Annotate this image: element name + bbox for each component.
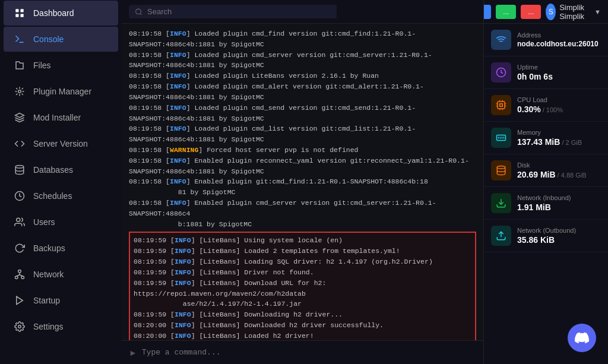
svg-line-14	[20, 275, 23, 276]
sidebar-item-console[interactable]: Console	[4, 27, 118, 52]
svg-rect-1	[21, 9, 24, 12]
address-label: Address	[517, 31, 601, 39]
search-icon	[135, 8, 142, 16]
log-line: 08:19:58 [INFO] Loaded plugin cmd_server…	[129, 50, 476, 71]
upload-icon	[491, 226, 511, 246]
stat-card-disk: Disk 20.69 MiB/ 4.88 GiB	[484, 154, 608, 187]
svg-rect-22	[500, 104, 503, 107]
uptime-info: Uptime 0h 0m 6s	[517, 64, 601, 81]
svg-line-13	[17, 275, 20, 276]
sidebar-item-label: Users	[33, 217, 55, 227]
svg-point-17	[136, 9, 141, 14]
sidebar-item-label: Schedules	[33, 191, 72, 201]
log-line: 08:19:59 [INFO] [LiteBans] Driver not fo…	[134, 267, 471, 278]
sidebar-item-databases[interactable]: Databases	[4, 157, 118, 182]
sidebar-item-settings[interactable]: Settings	[4, 314, 118, 339]
uptime-icon	[491, 62, 511, 83]
address-value: node.coldhost.eu:26010	[517, 40, 601, 48]
search-input[interactable]	[147, 7, 331, 16]
uptime-label: Uptime	[517, 64, 601, 71]
command-input-bar: ►	[122, 340, 483, 364]
topbar	[122, 0, 483, 24]
log-line: 08:20:00 [INFO] [LiteBans] Loaded h2 dri…	[134, 331, 471, 340]
version-icon	[13, 137, 26, 150]
disk-label: Disk	[517, 162, 601, 169]
user-name: Simplik Simplik	[559, 3, 591, 21]
stat-card-address: Address node.coldhost.eu:26010	[484, 24, 608, 56]
sidebar-item-label: Network	[33, 270, 64, 279]
stop-button[interactable]: ...	[521, 5, 541, 19]
log-line: 08:19:59 [INFO] [LiteBans] Loaded 2 temp…	[134, 246, 471, 257]
log-line: 08:19:58 [INFO] Enabled plugin git:cmd_f…	[129, 176, 476, 198]
sidebar-item-server-version[interactable]: Server Version	[4, 131, 118, 156]
database-icon	[13, 163, 26, 176]
memory-label: Memory	[517, 129, 601, 136]
start-button[interactable]: ...	[496, 5, 516, 19]
cpu-value: 0.30%/ 100%	[517, 105, 601, 114]
chevron-down-icon: ▼	[594, 8, 601, 15]
log-line: 08:19:59 [INFO] [LiteBans] Downloading h…	[134, 309, 471, 320]
sidebar-item-label: Console	[33, 34, 64, 44]
log-line: 08:19:58 [INFO] Loaded plugin cmd_list v…	[129, 124, 476, 145]
svg-point-11	[21, 276, 24, 279]
log-line: 08:19:58 [INFO] Loaded plugin cmd_send v…	[129, 103, 476, 124]
avatar: S	[546, 4, 556, 20]
disk-icon	[491, 160, 511, 181]
sidebar-item-backups[interactable]: Backups	[4, 236, 118, 261]
network-icon	[13, 268, 26, 281]
users-icon	[13, 216, 26, 229]
network-inbound-value: 1.91 MiB	[517, 202, 601, 212]
svg-rect-0	[15, 9, 18, 12]
stat-card-cpu: CPU Load 0.30%/ 100%	[484, 89, 608, 122]
user-area[interactable]: S Simplik Simplik ▼	[546, 3, 601, 21]
discord-fab[interactable]	[568, 324, 596, 352]
command-prompt-icon: ►	[129, 348, 137, 357]
svg-point-8	[17, 218, 20, 221]
schedule-icon	[13, 189, 26, 202]
startup-icon	[13, 294, 26, 307]
stat-card-network-outbound: Network (Outbound) 35.86 KiB	[484, 220, 608, 252]
sidebar-item-plugin-manager[interactable]: Plugin Manager	[4, 79, 118, 104]
cpu-info: CPU Load 0.30%/ 100%	[517, 96, 601, 114]
svg-point-16	[18, 325, 21, 328]
network-outbound-label: Network (Outbound)	[517, 227, 601, 234]
sidebar-item-files[interactable]: Files	[4, 53, 118, 78]
svg-rect-3	[21, 14, 24, 17]
sidebar-item-label: Dashboard	[33, 8, 74, 18]
dashboard-icon	[13, 7, 26, 20]
sidebar-item-label: Startup	[33, 296, 60, 305]
sidebar-item-startup[interactable]: Startup	[4, 288, 118, 313]
memory-value: 137.43 MiB/ 2 GiB	[517, 137, 601, 147]
sidebar-item-label: Mod Installer	[33, 113, 81, 122]
sidebar-item-users[interactable]: Users	[4, 210, 118, 235]
plugin-icon	[13, 85, 26, 98]
main-content: 08:19:58 [INFO] Loaded plugin cmd_find v…	[122, 0, 483, 364]
sidebar-item-label: Settings	[33, 322, 64, 331]
log-line: 08:19:58 [INFO] Loaded plugin cmd_find v…	[129, 29, 476, 50]
log-line: 08:19:58 [INFO] Loaded plugin LiteBans v…	[129, 71, 476, 81]
files-icon	[13, 59, 26, 72]
sidebar-item-mod-installer[interactable]: Mod Installer	[4, 105, 118, 130]
network-inbound-info: Network (Inbound) 1.91 MiB	[517, 194, 601, 212]
download-icon	[491, 193, 511, 213]
right-panel-header: ... ... ... S Simplik Simplik ▼	[484, 0, 608, 24]
action-button[interactable]: ...	[483, 5, 491, 19]
settings-icon	[13, 320, 26, 333]
log-line: 08:19:58 [INFO] Enabled plugin cmd_serve…	[129, 198, 476, 229]
address-icon	[491, 30, 511, 50]
console-icon	[13, 33, 26, 46]
log-line: 08:19:59 [INFO] [LiteBans] Download URL …	[134, 278, 471, 309]
sidebar-item-dashboard[interactable]: Dashboard	[4, 1, 118, 26]
command-input[interactable]	[142, 348, 476, 357]
sidebar-item-network[interactable]: Network	[4, 262, 118, 287]
highlighted-log-block: 08:19:59 [INFO] [LiteBans] Using system …	[129, 232, 476, 340]
svg-point-36	[497, 166, 505, 169]
sidebar-item-schedules[interactable]: Schedules	[4, 183, 118, 208]
backup-icon	[13, 242, 26, 255]
console-output: 08:19:58 [INFO] Loaded plugin cmd_find v…	[122, 24, 483, 340]
svg-rect-2	[15, 14, 18, 17]
log-line: 08:19:59 [INFO] [LiteBans] Using system …	[134, 235, 471, 246]
stat-card-network-inbound: Network (Inbound) 1.91 MiB	[484, 187, 608, 220]
stat-card-uptime: Uptime 0h 0m 6s	[484, 56, 608, 89]
network-outbound-info: Network (Outbound) 35.86 KiB	[517, 227, 601, 245]
